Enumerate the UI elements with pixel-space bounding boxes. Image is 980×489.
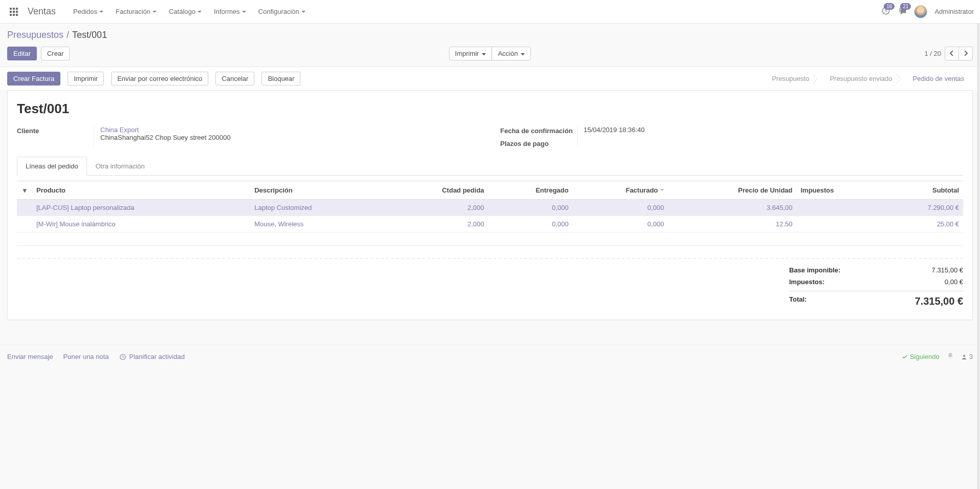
col-invoiced[interactable]: Facturado [573,181,668,200]
discuss-icon[interactable]: 21 [898,6,907,17]
col-qty[interactable]: Ctdad pedida [385,181,488,200]
control-panel: Editar Crear Imprimir Acción 1 / 20 [0,44,980,67]
print-dropdown[interactable]: Imprimir [449,47,492,60]
col-taxes[interactable]: Impuestos [797,181,882,200]
cell-invoiced[interactable]: 0,000 [573,216,668,232]
col-invoiced-label: Facturado [626,186,658,194]
payment-terms-label: Plazos de pago [500,140,577,147]
step-presupuesto[interactable]: Presupuesto [760,71,818,86]
table-row[interactable]: [LAP-CUS] Laptop personalizada Laptop Cu… [17,200,963,216]
schedule-activity-link[interactable]: Planificar actividad [119,353,185,360]
customer-value: China Export ChinaShanghai52 Chop Suey s… [94,126,480,147]
breadcrumb-current: Test/001 [72,30,107,40]
log-note-link[interactable]: Poner una nota [63,353,109,360]
nav-item-catalogo[interactable]: Catálogo [164,5,207,18]
tabs: Líneas del pedido Otra información [17,157,963,176]
caret-down-icon [99,11,103,15]
send-message-link[interactable]: Enviar mensaje [7,353,53,360]
cell-unit-price[interactable]: 12,50 [668,216,797,232]
table-empty-row[interactable] [17,232,963,246]
sort-caret-icon [660,189,664,193]
cell-description[interactable]: Mouse, Wireless [250,216,385,232]
tab-other-info[interactable]: Otra información [87,157,154,175]
nav-item-informes[interactable]: Informes [209,5,251,18]
nav-item-configuracion[interactable]: Configuración [253,5,311,18]
action-dropdown[interactable]: Acción [492,47,531,60]
svg-rect-0 [10,8,12,10]
cell-qty[interactable]: 2,000 [385,216,488,232]
nav-item-label: Pedidos [73,8,97,15]
following-button[interactable]: Siguiendo [902,353,940,360]
bell-icon[interactable] [947,352,954,361]
cell-subtotal[interactable]: 25,00 € [882,216,963,232]
col-description[interactable]: Descripción [250,181,385,200]
col-delivered[interactable]: Entregado [488,181,573,200]
lock-button[interactable]: Bloquear [262,72,300,86]
cell-qty[interactable]: 2,000 [385,200,488,216]
create-invoice-button[interactable]: Crear Factura [7,72,60,86]
cell-taxes[interactable] [797,200,882,216]
cell-product[interactable]: [M-Wir] Mouse inalámbrico [32,216,250,232]
top-nav: Ventas Pedidos Facturación Catálogo Info… [0,0,980,24]
sheet: Test/001 Cliente China Export ChinaShang… [7,90,973,320]
table-row[interactable]: [M-Wir] Mouse inalámbrico Mouse, Wireles… [17,216,963,232]
total-label: Total: [789,295,807,307]
sheet-wrap: Test/001 Cliente China Export ChinaShang… [0,90,980,327]
customer-name-link[interactable]: China Export [100,126,480,134]
username[interactable]: Administrator [934,8,974,15]
svg-rect-8 [16,14,18,16]
apps-icon[interactable] [6,4,21,19]
form-columns: Cliente China Export ChinaShanghai52 Cho… [17,126,963,147]
cancel-button[interactable]: Cancelar [215,72,254,86]
form-col-left: Cliente China Export ChinaShanghai52 Cho… [17,126,480,147]
activities-icon[interactable]: 16 [881,6,890,17]
pager-value[interactable]: 1 / 20 [924,50,941,57]
create-button[interactable]: Crear [41,47,70,60]
nav-item-pedidos[interactable]: Pedidos [68,5,108,18]
totals-divider [17,258,963,259]
print-button[interactable]: Imprimir [68,72,104,86]
app-title[interactable]: Ventas [28,6,56,17]
svg-rect-5 [16,11,18,13]
send-email-button[interactable]: Enviar por correo electrónico [111,72,208,86]
nav-item-label: Configuración [258,8,299,15]
order-lines-table: ▾ Producto Descripción Ctdad pedida Entr… [17,181,963,246]
totals-block: Base imponible: 7.315,00 € Impuestos: 0,… [789,264,963,309]
svg-rect-6 [10,14,12,16]
avatar[interactable] [914,5,927,18]
cell-description[interactable]: Laptop Customized [250,200,385,216]
pager-prev-button[interactable] [945,47,959,60]
col-subtotal[interactable]: Subtotal [882,181,963,200]
svg-rect-7 [13,14,15,16]
cp-center-actions: Imprimir Acción [449,47,531,60]
nav-item-facturacion[interactable]: Facturación [111,5,162,18]
cell-invoiced[interactable]: 0,000 [573,200,668,216]
edit-button[interactable]: Editar [7,47,37,60]
caret-down-icon [198,11,202,15]
cell-unit-price[interactable]: 3.645,00 [668,200,797,216]
status-actions: Crear Factura Imprimir Enviar por correo… [7,72,300,86]
scrollbar-gutter[interactable] [977,24,980,368]
cell-delivered[interactable]: 0,000 [488,200,573,216]
column-toggle-icon[interactable]: ▾ [17,181,32,200]
step-presupuesto-enviado[interactable]: Presupuesto enviado [818,71,901,86]
following-label: Siguiendo [910,353,940,360]
col-unit-price[interactable]: Precio de Unidad [668,181,797,200]
pager: 1 / 20 [924,47,973,60]
caret-down-icon [301,11,306,15]
followers-count[interactable]: 3 [961,353,973,360]
svg-rect-3 [10,11,12,13]
svg-rect-2 [16,8,18,10]
discuss-badge: 21 [900,3,911,10]
step-pedido-ventas[interactable]: Pedido de ventas [901,71,973,86]
breadcrumb-root[interactable]: Presupuestos [7,30,63,40]
tab-order-lines[interactable]: Líneas del pedido [17,157,87,176]
cell-taxes[interactable] [797,216,882,232]
col-product[interactable]: Producto [32,181,250,200]
right-labels: Fecha de confirmación Plazos de pago [500,126,577,147]
cell-subtotal[interactable]: 7.290,00 € [882,200,963,216]
svg-point-11 [963,355,965,357]
cell-product[interactable]: [LAP-CUS] Laptop personalizada [32,200,250,216]
pager-next-button[interactable] [959,47,973,60]
cell-delivered[interactable]: 0,000 [488,216,573,232]
